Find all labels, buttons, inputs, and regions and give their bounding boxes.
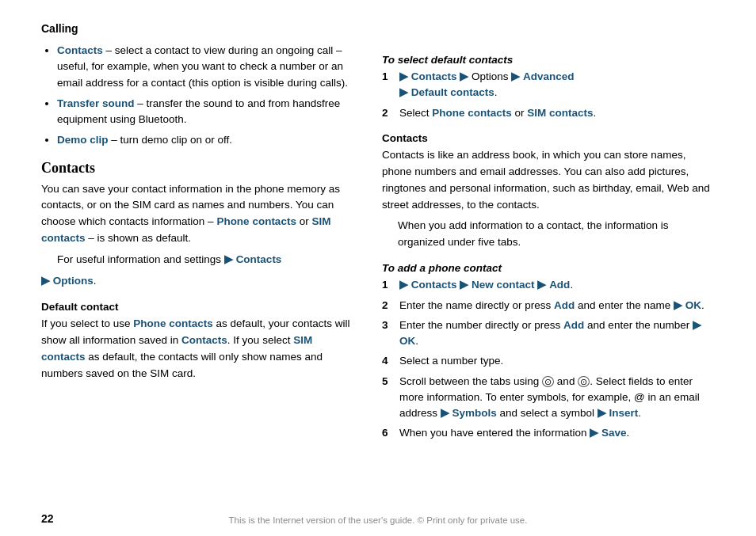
arrow-add-7: ▶ — [598, 407, 606, 419]
add-phone-contact-heading: To add a phone contact — [382, 262, 715, 274]
page-header: Calling — [41, 22, 715, 35]
arrow-add-2: ▶ — [460, 279, 468, 291]
scroll-icon-2: ⊙ — [578, 376, 590, 387]
arrow-add-8: ▶ — [590, 427, 598, 439]
add-step-5-content: Scroll between the tabs using ⊙ and ⊙. S… — [399, 374, 715, 422]
ok-link-2: OK — [399, 335, 415, 347]
add-step-2: 2 Enter the name directly or press Add a… — [382, 298, 715, 314]
add-step-num-3: 3 — [382, 317, 393, 350]
contacts-settings-text: For useful information and settings ▶ Co… — [41, 252, 350, 268]
arrow-add-6: ▶ — [441, 407, 449, 419]
options-text: ▶ Options. — [41, 273, 350, 290]
add-step-3: 3 Enter the number directly or press Add… — [382, 317, 715, 350]
select-default-steps: 1 ▶ Contacts ▶ Options ▶ Advanced ▶ Defa… — [382, 69, 715, 121]
step-2-content: Select Phone contacts or SIM contacts. — [399, 105, 715, 121]
add-step-4: 4 Select a number type. — [382, 353, 715, 369]
list-item-contacts: Contacts – select a contact to view duri… — [57, 43, 350, 91]
add-link-1: Add — [549, 279, 570, 291]
add-step-6-content: When you have entered the information ▶ … — [399, 425, 715, 441]
bullet-list: Contacts – select a contact to view duri… — [41, 43, 350, 149]
demo-text: – turn demo clip on or off. — [111, 134, 232, 146]
phone-contacts-link: Phone contacts — [216, 215, 296, 227]
two-column-layout: Contacts – select a contact to view duri… — [41, 43, 715, 448]
add-step-num-2: 2 — [382, 298, 393, 314]
add-step-num-1: 1 — [382, 277, 393, 293]
step-1-content: ▶ Contacts ▶ Options ▶ Advanced ▶ Defaul… — [399, 69, 715, 101]
add-step-1-content: ▶ Contacts ▶ New contact ▶ Add. — [399, 277, 715, 293]
step-1: 1 ▶ Contacts ▶ Options ▶ Advanced ▶ Defa… — [382, 69, 715, 101]
select-default-heading: To select default contacts — [382, 54, 715, 66]
add-phone-steps: 1 ▶ Contacts ▶ New contact ▶ Add. 2 Ente… — [382, 277, 715, 441]
right-column: To select default contacts 1 ▶ Contacts … — [382, 43, 715, 448]
page: Calling Contacts – select a contact to v… — [0, 0, 756, 536]
contacts-right-body: Contacts is like an address book, in whi… — [382, 147, 715, 214]
arrow-icon-2: ▶ — [41, 275, 50, 287]
contacts-link: Contacts — [57, 44, 103, 56]
contacts-step1-link: Contacts — [411, 70, 457, 82]
list-item-transfer: Transfer sound – transfer the sound to a… — [57, 96, 350, 128]
arrow-icon-1: ▶ — [224, 253, 233, 265]
scroll-icon-1: ⊙ — [542, 376, 554, 387]
add-step-2-content: Enter the name directly or press Add and… — [399, 298, 715, 314]
default-contact-body: If you select to use Phone contacts as d… — [41, 316, 350, 382]
advanced-link: Advanced — [523, 70, 575, 82]
phone-contacts-link-2: Phone contacts — [133, 317, 213, 329]
left-column: Contacts – select a contact to view duri… — [41, 43, 350, 448]
symbols-link: Symbols — [452, 407, 497, 419]
default-contacts-link: Default contacts — [411, 86, 494, 98]
options-link: Options — [53, 275, 94, 287]
contacts-right-heading: Contacts — [382, 132, 715, 144]
contacts-body: You can save your contact information in… — [41, 181, 350, 248]
contacts-heading: Contacts — [41, 160, 350, 177]
add-link-3: Add — [563, 319, 584, 331]
insert-link: Insert — [609, 407, 638, 419]
transfer-link: Transfer sound — [57, 97, 135, 109]
add-step-6: 6 When you have entered the information … — [382, 425, 715, 441]
add-step-num-4: 4 — [382, 353, 393, 369]
arrow-2: ▶ — [460, 70, 468, 82]
arrow-1: ▶ — [399, 70, 408, 82]
step-2: 2 Select Phone contacts or SIM contacts. — [382, 105, 715, 121]
add-step-1: 1 ▶ Contacts ▶ New contact ▶ Add. — [382, 277, 715, 293]
new-contact-link: New contact — [472, 279, 535, 291]
contacts-info-text: When you add information to a contact, t… — [382, 218, 715, 251]
arrow-add-3: ▶ — [537, 279, 546, 291]
add-step-num-5: 5 — [382, 374, 393, 422]
sim-contacts-link-2: SIM contacts — [41, 334, 312, 363]
step-num-1: 1 — [382, 69, 393, 101]
add-step-4-content: Select a number type. — [399, 353, 715, 369]
contacts-add-link: Contacts — [411, 279, 457, 291]
add-step-3-content: Enter the number directly or press Add a… — [399, 317, 715, 350]
contacts-options-link: Contacts — [236, 253, 282, 265]
arrow-add-5: ▶ — [693, 319, 701, 331]
arrow-3: ▶ — [511, 70, 520, 82]
add-step-num-6: 6 — [382, 425, 393, 441]
footer-text: This is the Internet version of the user… — [0, 515, 756, 525]
add-step-5: 5 Scroll between the tabs using ⊙ and ⊙.… — [382, 374, 715, 422]
ok-link-1: OK — [685, 299, 701, 311]
list-item-demo: Demo clip – turn demo clip on or off. — [57, 132, 350, 148]
arrow-add-1: ▶ — [399, 279, 408, 291]
arrow-4: ▶ — [399, 86, 408, 98]
arrow-add-4: ▶ — [674, 299, 682, 311]
step-num-2: 2 — [382, 105, 393, 121]
add-link-2: Add — [554, 299, 575, 311]
contacts-link-2: Contacts — [181, 334, 227, 346]
demo-link: Demo clip — [57, 134, 109, 146]
phone-contacts-step2: Phone contacts — [432, 107, 512, 119]
header-title: Calling — [41, 22, 78, 35]
default-contact-heading: Default contact — [41, 301, 350, 313]
save-link: Save — [601, 427, 627, 439]
sim-contacts-step2: SIM contacts — [527, 107, 593, 119]
